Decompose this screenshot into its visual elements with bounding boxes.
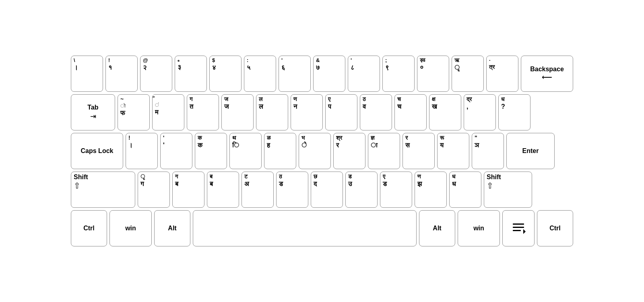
key-2[interactable]: @ २ <box>140 56 172 92</box>
key-t[interactable]: ल ल <box>256 94 288 130</box>
key-i[interactable]: ठ व <box>360 94 392 130</box>
keyboard-row-1: \ । ! १ @ २ ₑ ३ $ ४ : ५ ' ६ & ७ <box>71 56 573 92</box>
key-k[interactable]: ज्ञ ा <box>368 133 400 169</box>
key-7[interactable]: & ७ <box>313 56 345 92</box>
key-enter[interactable]: Enter <box>506 133 555 169</box>
key-period[interactable]: ण झ <box>415 172 447 208</box>
key-d[interactable]: क क <box>195 133 227 169</box>
key-quote[interactable]: " ञ <box>472 133 504 169</box>
key-menu[interactable] <box>502 210 535 246</box>
keyboard-row-4: Shift ⇧ ृ ग ग ब ब ब ट अ ठ ड छ द ड उ <box>71 172 573 208</box>
key-b[interactable]: ठ ड <box>276 172 308 208</box>
key-shift-right[interactable]: Shift ⇧ <box>484 172 532 208</box>
key-f[interactable]: थ ि <box>229 133 262 169</box>
key-j[interactable]: श्र र <box>333 133 365 169</box>
key-s[interactable]: ' ' <box>160 133 192 169</box>
svg-rect-1 <box>513 227 524 228</box>
key-8[interactable]: ' ८ <box>348 56 380 92</box>
key-0[interactable]: ड्ढ ० <box>417 56 449 92</box>
key-5[interactable]: : ५ <box>244 56 276 92</box>
keyboard: \ । ! १ @ २ ₑ ३ $ ४ : ५ ' ६ & ७ <box>63 48 581 254</box>
svg-rect-0 <box>513 223 524 225</box>
key-r[interactable]: ज ज <box>221 94 254 130</box>
key-l[interactable]: र स <box>402 133 435 169</box>
key-4[interactable]: $ ४ <box>209 56 242 92</box>
key-win-left[interactable]: win <box>109 210 152 246</box>
key-shift-left[interactable]: Shift ⇧ <box>71 172 135 208</box>
key-slash[interactable]: ध ध <box>449 172 481 208</box>
key-alt-right[interactable]: Alt <box>419 210 455 246</box>
key-9[interactable]: ; ९ <box>382 56 415 92</box>
key-tab[interactable]: Tab ⇥ <box>71 94 115 130</box>
key-c[interactable]: ब ब <box>207 172 239 208</box>
key-m[interactable]: ड उ <box>345 172 378 208</box>
key-o[interactable]: च च <box>394 94 427 130</box>
key-space[interactable] <box>193 210 417 246</box>
keyboard-row-3: Caps Lock ! । ' ' क क थ ि ळ ह भ े श्र र <box>71 133 573 169</box>
key-1[interactable]: ! १ <box>105 56 138 92</box>
key-3[interactable]: ₑ ३ <box>175 56 207 92</box>
key-alt-left[interactable]: Alt <box>154 210 190 246</box>
key-minus[interactable]: ऋ ृ <box>452 56 484 92</box>
key-w[interactable]: ̃ ं म <box>152 94 184 130</box>
keyboard-row-2: Tab ⇥ ~ ो फ ̃ ं म ग त ज ज ल <box>71 94 573 130</box>
key-v[interactable]: ट अ <box>242 172 274 208</box>
key-h[interactable]: भ े <box>299 133 331 169</box>
key-ctrl-left[interactable]: Ctrl <box>71 210 107 246</box>
key-backtick[interactable]: \ । <box>71 56 103 92</box>
key-ctrl-right[interactable]: Ctrl <box>537 210 573 246</box>
key-e[interactable]: ग त <box>187 94 219 130</box>
key-comma[interactable]: ए ड <box>380 172 412 208</box>
key-a[interactable]: ! । <box>126 133 158 169</box>
key-6[interactable]: ' ६ <box>279 56 311 92</box>
key-n[interactable]: छ द <box>311 172 343 208</box>
key-p[interactable]: क्ष ख <box>429 94 461 130</box>
key-capslock[interactable]: Caps Lock <box>71 133 123 169</box>
key-win-right[interactable]: win <box>458 210 500 246</box>
key-y[interactable]: ण न <box>291 94 323 130</box>
key-rbracket[interactable]: ध ? <box>498 94 530 130</box>
svg-rect-2 <box>513 230 521 231</box>
key-g[interactable]: ळ ह <box>264 133 296 169</box>
key-x[interactable]: ग ब <box>172 172 204 208</box>
key-semicolon[interactable]: रू य <box>437 133 469 169</box>
key-backspace[interactable]: Backspace ⟵ <box>521 56 573 92</box>
key-lbracket[interactable]: द्र , <box>464 94 496 130</box>
key-z[interactable]: ृ ग <box>138 172 170 208</box>
svg-marker-3 <box>523 229 526 234</box>
key-equal[interactable]: · त्र <box>486 56 518 92</box>
key-q[interactable]: ~ ो फ <box>118 94 150 130</box>
key-u[interactable]: ए प <box>325 94 357 130</box>
keyboard-row-5: Ctrl win Alt Alt win <box>71 210 573 246</box>
